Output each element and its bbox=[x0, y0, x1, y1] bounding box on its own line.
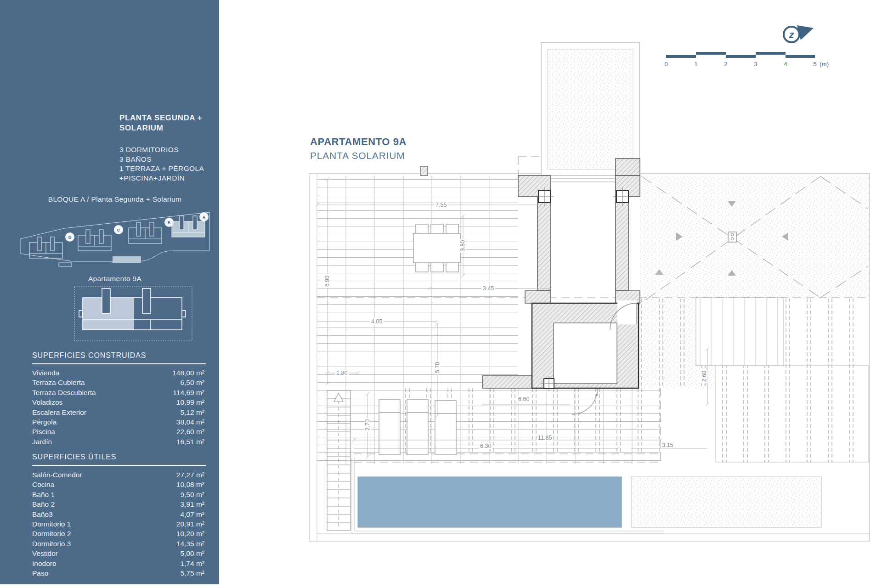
feature-bathrooms: 3 BAÑOS bbox=[119, 155, 204, 164]
dim-label: 1.80 bbox=[335, 370, 349, 376]
sidebar-title-line2: SOLARIUM bbox=[119, 123, 202, 133]
dim-label: 2.60 bbox=[701, 369, 707, 383]
feature-bedrooms: 3 DORMITORIOS bbox=[119, 145, 204, 155]
garden bbox=[631, 477, 821, 527]
svg-text:A: A bbox=[203, 215, 206, 220]
table-row: Vestidor5,00 m² bbox=[32, 548, 204, 558]
site-plan-diagram: D C B A bbox=[18, 207, 211, 270]
sun-loungers bbox=[379, 400, 456, 455]
table-row: Inodoro1,74 m² bbox=[32, 559, 204, 568]
table-row: Terraza Descubierta114,69 m² bbox=[32, 388, 204, 397]
dim-label: 11.85 bbox=[537, 435, 553, 441]
dim-label: 6.90 bbox=[324, 274, 330, 288]
dining-set bbox=[413, 224, 460, 272]
table-row: Dormitorio 120,91 m² bbox=[32, 519, 204, 529]
site-block-b bbox=[129, 222, 162, 243]
svg-text:D: D bbox=[68, 235, 72, 240]
dim-label: 3.80 bbox=[459, 239, 466, 253]
stair-tower bbox=[541, 42, 639, 175]
table-row: Voladizos10,99 m² bbox=[32, 397, 204, 407]
stair-enclosure bbox=[532, 300, 639, 388]
dim-label: 6.30 bbox=[479, 443, 492, 449]
table-row: Jardín16,51 m² bbox=[32, 437, 204, 447]
floor-plan-drawing bbox=[219, 0, 882, 588]
block-label: BLOQUE A / Planta Segunda + Solarium bbox=[18, 195, 211, 204]
roof-drain bbox=[728, 232, 736, 242]
sidebar: PLANTA SEGUNDA + SOLARIUM 3 DORMITORIOS … bbox=[0, 0, 219, 584]
svg-text:B: B bbox=[168, 220, 171, 225]
site-pool-shape bbox=[113, 256, 141, 263]
feature-pool-garden: +PISCINA+JARDÍN bbox=[119, 174, 204, 183]
constructed-heading: SUPERFICIES CONSTRUIDAS bbox=[32, 351, 146, 360]
table-row: Terraza Cubierta6,50 m² bbox=[32, 378, 204, 387]
dim-label: 2.70 bbox=[364, 418, 371, 432]
sidebar-title: PLANTA SEGUNDA + SOLARIUM bbox=[119, 113, 202, 133]
table-row: Paso5,75 m² bbox=[32, 568, 204, 578]
table-row: Escalera Exterior5,12 m² bbox=[32, 407, 204, 417]
table-row: Salón-Comedor27,27 m² bbox=[32, 470, 204, 480]
svg-text:C: C bbox=[117, 228, 120, 232]
pool bbox=[358, 477, 622, 527]
useful-heading: SUPERFICIES ÚTILES bbox=[32, 453, 116, 461]
table-row: Baño34,07 m² bbox=[32, 509, 204, 519]
table-row: Dormitorio 210,20 m² bbox=[32, 529, 204, 538]
dim-label: 3.45 bbox=[481, 285, 495, 292]
table-row: Cocina10,08 m² bbox=[32, 480, 204, 489]
useful-table: Salón-Comedor27,27 m² Cocina10,08 m² Bañ… bbox=[32, 470, 204, 578]
feature-terrace: 1 TERRAZA + PÉRGOLA bbox=[119, 164, 204, 174]
constructed-table: Vivienda148,00 m² Terraza Cubierta6,50 m… bbox=[32, 368, 204, 447]
apartment-label: Apartamento 9A bbox=[18, 275, 211, 283]
site-block-d bbox=[29, 237, 62, 258]
constructed-rule bbox=[32, 363, 206, 364]
table-row: Piscina22,60 m² bbox=[32, 427, 204, 436]
unit-diagram bbox=[74, 285, 194, 344]
sidebar-title-line1: PLANTA SEGUNDA + bbox=[119, 113, 202, 123]
site-block-c bbox=[78, 230, 111, 251]
dim-label: 5.70 bbox=[434, 361, 441, 374]
table-row: Pérgola38,04 m² bbox=[32, 417, 204, 427]
plan-sheet: PLANTA SEGUNDA + SOLARIUM 3 DORMITORIOS … bbox=[0, 0, 882, 588]
table-row: Baño 19,50 m² bbox=[32, 490, 204, 499]
dim-label: 7.55 bbox=[434, 202, 448, 208]
table-row: Baño 23,91 m² bbox=[32, 499, 204, 509]
table-row: Dormitorio 314,35 m² bbox=[32, 539, 204, 548]
dim-label: 3.15 bbox=[661, 442, 674, 448]
site-block-a-highlighted bbox=[172, 216, 205, 237]
top-edge-vent bbox=[420, 166, 428, 175]
feature-list: 3 DORMITORIOS 3 BAÑOS 1 TERRAZA + PÉRGOL… bbox=[119, 145, 204, 183]
useful-rule bbox=[32, 465, 206, 466]
dim-label: 4.05 bbox=[370, 318, 384, 325]
table-row: Vivienda148,00 m² bbox=[32, 368, 204, 378]
dim-label: 6.60 bbox=[517, 396, 531, 402]
